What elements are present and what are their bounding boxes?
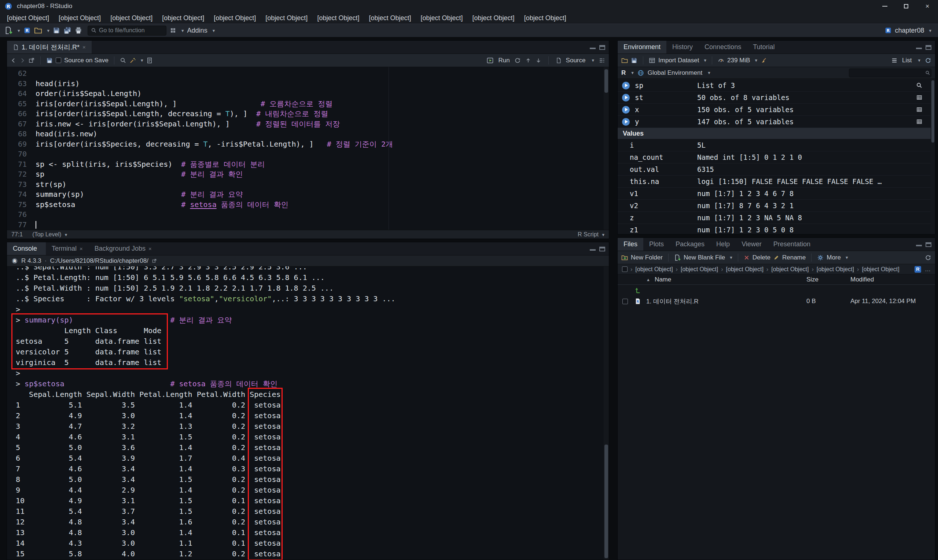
tab[interactable]: Help: [710, 238, 736, 251]
more-path-icon[interactable]: …: [925, 266, 931, 273]
new-project-icon[interactable]: [23, 27, 31, 34]
file-checkbox[interactable]: [623, 299, 628, 304]
breadcrumb-item[interactable]: › [object Object]: [812, 266, 854, 273]
goto-file-input[interactable]: [99, 27, 158, 34]
environment-object-row[interactable]: y 147 obs. of 5 variables: [618, 116, 935, 128]
menu-item[interactable]: [object Object]: [468, 12, 520, 23]
go-next-section-icon[interactable]: [535, 57, 541, 63]
breadcrumb-label[interactable]: [object Object]: [635, 266, 673, 273]
environment-object-row[interactable]: st 50 obs. of 8 variables: [618, 92, 935, 104]
environment-scrollbar-thumb[interactable]: [932, 80, 934, 143]
code-line[interactable]: 68head(iris.new): [7, 129, 609, 139]
environment-object-row[interactable]: sp List of 3: [618, 80, 935, 92]
chevron-down-icon[interactable]: ▾: [846, 255, 848, 260]
code-line[interactable]: 66iris[order(iris$Sepal.Length, decreasi…: [7, 109, 609, 119]
tab[interactable]: Terminal ×: [46, 242, 89, 255]
chevron-down-icon[interactable]: ▾: [212, 28, 215, 33]
scope-selector[interactable]: (Top Level) ▾: [32, 231, 67, 238]
breadcrumb-item[interactable]: › [object Object]: [721, 266, 764, 273]
maximize-pane-icon[interactable]: [926, 242, 932, 247]
run-icon[interactable]: [486, 57, 494, 64]
breadcrumb-item[interactable]: › [object Object]: [676, 266, 718, 273]
code-editor[interactable]: 6263head(iris)64order(iris$Sepal.Length)…: [7, 67, 609, 230]
refresh-icon[interactable]: [925, 57, 932, 64]
import-dataset-icon[interactable]: [649, 57, 655, 64]
code-line[interactable]: 71sp <- split(iris, iris$Species) # 품종별로…: [7, 159, 609, 170]
minimize-pane-icon[interactable]: [590, 247, 596, 251]
editor-scrollbar-thumb[interactable]: [604, 69, 608, 93]
project-selector[interactable]: chapter08 ▾: [884, 27, 933, 34]
breadcrumb-label[interactable]: [object Object]: [726, 266, 764, 273]
tab[interactable]: Presentation: [767, 238, 816, 251]
chevron-down-icon[interactable]: ▾: [704, 57, 707, 63]
chevron-down-icon[interactable]: ▾: [730, 255, 732, 260]
breadcrumb-item[interactable]: › [object Object]: [630, 266, 673, 273]
menu-item[interactable]: [object Object]: [157, 12, 209, 23]
select-all-checkbox[interactable]: [622, 266, 627, 272]
environment-value-row[interactable]: this.na logi [1:150] FALSE FALSE FALSE F…: [618, 175, 935, 188]
rename-button[interactable]: Rename: [782, 254, 806, 261]
expand-icon[interactable]: [622, 118, 630, 126]
r-project-badge-icon[interactable]: R: [915, 266, 921, 273]
back-icon[interactable]: [11, 57, 17, 63]
menu-item[interactable]: [object Object]: [106, 12, 157, 23]
print-icon[interactable]: [75, 27, 82, 34]
chevron-down-icon[interactable]: ▾: [47, 28, 50, 33]
chevron-down-icon[interactable]: ▾: [755, 57, 757, 63]
file-name[interactable]: 1. 데이터 전처리.R: [643, 297, 806, 306]
tab-close-icon[interactable]: ×: [148, 246, 152, 252]
panes-grid-icon[interactable]: [170, 27, 176, 34]
code-line[interactable]: 74summary(sp) # 분리 결과 요약: [7, 189, 609, 200]
code-line[interactable]: 73str(sp): [7, 180, 609, 190]
column-size[interactable]: Size: [806, 276, 850, 283]
maximize-pane-icon[interactable]: [599, 247, 605, 251]
tab[interactable]: Plots: [643, 238, 670, 251]
save-icon[interactable]: [46, 57, 53, 64]
tab[interactable]: Connections: [699, 41, 747, 54]
show-in-new-window-icon[interactable]: [28, 57, 35, 64]
document-outline-icon[interactable]: [598, 57, 605, 64]
chevron-down-icon[interactable]: ▾: [141, 57, 143, 63]
column-modified[interactable]: Modified: [850, 276, 935, 283]
go-previous-section-icon[interactable]: [525, 57, 531, 63]
minimize-button[interactable]: [874, 0, 895, 12]
console-scrollbar-thumb[interactable]: [604, 445, 608, 558]
menu-item[interactable]: [object Object]: [261, 12, 312, 23]
environment-object-row[interactable]: x 150 obs. of 5 variables: [618, 104, 935, 116]
environment-value-row[interactable]: i 5L: [618, 139, 935, 151]
chevron-down-icon[interactable]: ▾: [181, 28, 184, 33]
maximize-pane-icon[interactable]: [599, 45, 605, 50]
environment-value-row[interactable]: v1 num [1:7] 1 2 3 4 6 7 8: [618, 188, 935, 200]
chevron-down-icon[interactable]: ▾: [918, 57, 920, 63]
minimize-pane-icon[interactable]: [916, 45, 922, 49]
code-line[interactable]: 70: [7, 149, 609, 159]
chevron-down-icon[interactable]: ▾: [631, 70, 634, 75]
tab-close-icon[interactable]: ×: [80, 246, 83, 252]
column-name[interactable]: ▲ Name: [643, 276, 806, 283]
memory-usage[interactable]: 239 MiB: [727, 57, 750, 64]
tab[interactable]: History: [666, 41, 699, 54]
new-folder-button[interactable]: New Folder: [631, 254, 663, 261]
menu-item[interactable]: [object Object]: [54, 12, 106, 23]
open-directory-icon[interactable]: [152, 258, 157, 263]
code-line[interactable]: 77: [7, 220, 609, 230]
tab[interactable]: Files: [618, 238, 643, 251]
view-table-icon[interactable]: [916, 94, 923, 101]
view-table-icon[interactable]: [916, 118, 923, 125]
tab[interactable]: Console: [7, 242, 46, 255]
environment-search[interactable]: [849, 69, 932, 77]
view-mode-button[interactable]: List: [902, 57, 912, 64]
environment-scrollbar[interactable]: [931, 80, 935, 234]
tab-editor-file[interactable]: 1. 데이터 전처리.R* ×: [7, 41, 92, 54]
view-table-icon[interactable]: [916, 106, 923, 113]
expand-icon[interactable]: [622, 94, 630, 102]
rename-icon[interactable]: [773, 255, 779, 261]
breadcrumb-label[interactable]: [object Object]: [862, 266, 899, 273]
filetype-selector[interactable]: R Script ▾: [578, 231, 604, 238]
menu-item[interactable]: [object Object]: [520, 12, 571, 23]
open-file-icon[interactable]: [34, 26, 42, 34]
breadcrumb-label[interactable]: [object Object]: [771, 266, 809, 273]
go-up-directory-icon[interactable]: [635, 287, 641, 294]
environment-search-input[interactable]: [852, 70, 925, 76]
new-folder-icon[interactable]: [621, 254, 628, 261]
